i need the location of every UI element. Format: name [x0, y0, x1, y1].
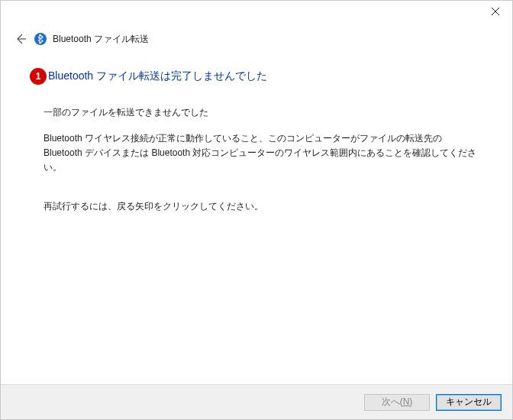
- close-button[interactable]: [478, 1, 512, 22]
- back-button[interactable]: [13, 31, 28, 47]
- body-text: 一部のファイルを転送できませんでした Bluetooth ワイヤレス接続が正常に…: [30, 106, 483, 213]
- sub-heading: 一部のファイルを転送できませんでした: [44, 106, 483, 119]
- app-title: Bluetooth ファイル転送: [53, 33, 149, 46]
- retry-instruction: 再試行するには、戻る矢印をクリックしてください。: [44, 200, 483, 213]
- wizard-header: Bluetooth ファイル転送: [1, 24, 512, 53]
- annotation-badge: 1: [30, 68, 47, 85]
- cancel-button[interactable]: キャンセル: [436, 394, 502, 411]
- next-label-prefix: 次へ(: [382, 396, 403, 407]
- close-icon: [492, 8, 499, 15]
- arrow-left-icon: [15, 33, 27, 45]
- next-button: 次へ(N): [364, 394, 430, 411]
- titlebar: [1, 1, 512, 24]
- message-paragraph: Bluetooth ワイヤレス接続が正常に動作していること、このコンピューターが…: [44, 131, 483, 176]
- page-title: Bluetooth ファイル転送は完了しませんでした: [48, 69, 267, 83]
- title-row: 1 Bluetooth ファイル転送は完了しませんでした: [30, 68, 483, 85]
- bluetooth-icon: [34, 33, 47, 45]
- footer-bar: 次へ(N) キャンセル: [1, 384, 512, 419]
- next-label-suffix: ): [409, 396, 412, 407]
- content-area: 1 Bluetooth ファイル転送は完了しませんでした 一部のファイルを転送で…: [1, 53, 512, 213]
